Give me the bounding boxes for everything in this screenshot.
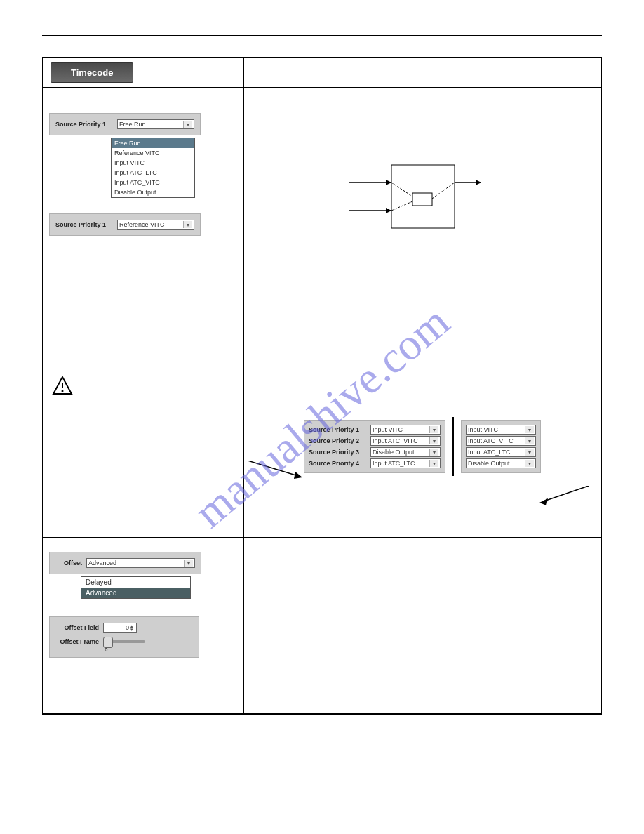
chevron-down-icon: ▾ (183, 221, 192, 228)
chevron-down-icon: ▾ (183, 121, 192, 128)
ex-right-val-4: Disable Output (468, 460, 510, 467)
ex-left-label-4: Source Priority 4 (309, 460, 366, 467)
option-delayed[interactable]: Delayed (81, 577, 190, 588)
cell-offset-desc (244, 538, 601, 713)
option-free-run[interactable]: Free Run (112, 138, 194, 148)
ex-left-val-3: Disable Output (373, 449, 415, 456)
ex-right-val-1: Input VITC (468, 426, 498, 433)
option-input-atc-vitc[interactable]: Input ATC_VITC (112, 178, 194, 187)
offset-frame-label: Offset Frame (55, 638, 99, 645)
chevron-down-icon: ▾ (429, 437, 438, 444)
ex-left-val-1: Input VITC (373, 426, 403, 433)
offset-field-label: Offset Field (55, 624, 99, 631)
chevron-down-icon: ▾ (525, 426, 534, 433)
offset-options[interactable]: Delayed Advanced (81, 576, 191, 599)
svg-line-14 (248, 461, 298, 476)
ex-right-select-1[interactable]: Input VITC▾ (466, 425, 536, 435)
source-priority-1-value: Free Run (119, 121, 146, 128)
svg-point-2 (62, 390, 64, 392)
chevron-down-icon: ▾ (525, 437, 534, 444)
top-rule (42, 35, 602, 36)
option-disable-output[interactable]: Disable Output (112, 187, 194, 197)
slider-thumb-icon[interactable] (103, 637, 113, 648)
offset-frame-slider[interactable] (103, 640, 145, 643)
offset-field-input[interactable]: 0 ▴▾ (103, 623, 137, 633)
main-table: Timecode Source Priority 1 Free Run ▾ (42, 57, 602, 715)
ex-left-select-1[interactable]: Input VITC▾ (370, 425, 441, 435)
offset-select[interactable]: Advanced ▾ (86, 558, 195, 568)
warning-icon (52, 376, 73, 397)
divider (452, 417, 454, 476)
svg-marker-17 (539, 498, 548, 505)
timecode-tab[interactable]: Timecode (51, 62, 133, 83)
svg-marker-6 (386, 180, 391, 185)
chevron-down-icon: ▾ (429, 460, 438, 467)
svg-marker-8 (386, 208, 391, 213)
ex-left-label-2: Source Priority 2 (309, 437, 366, 444)
spinner-buttons-icon[interactable]: ▴▾ (129, 624, 135, 631)
example-left: Source Priority 1 Input VITC▾ Source Pri… (304, 420, 445, 473)
source-priority-closed-label: Source Priority 1 (55, 221, 113, 228)
arrow-icon (539, 486, 590, 507)
cell-source-priority-desc: Source Priority 1 Input VITC▾ Source Pri… (244, 88, 601, 537)
ex-left-select-3[interactable]: Disable Output▾ (370, 447, 441, 457)
svg-line-9 (391, 183, 412, 197)
ex-right-val-2: Input ATC_VITC (468, 437, 514, 444)
ex-left-label-3: Source Priority 3 (309, 449, 366, 456)
ex-left-val-4: Input ATC_LTC (373, 460, 415, 467)
source-priority-1-select[interactable]: Free Run ▾ (117, 119, 194, 129)
chevron-down-icon: ▾ (429, 426, 438, 433)
svg-rect-4 (412, 193, 432, 206)
svg-rect-3 (391, 165, 455, 228)
source-priority-1-options[interactable]: Free Run Reference VITC Input VITC Input… (111, 138, 195, 198)
svg-line-11 (432, 183, 455, 199)
cell-tab-desc (244, 58, 601, 87)
offset-frame-tick: 0 (105, 647, 193, 653)
source-priority-closed-value: Reference VITC (119, 221, 165, 228)
chevron-down-icon: ▾ (525, 460, 534, 467)
ex-left-select-4[interactable]: Input ATC_LTC▾ (370, 458, 441, 468)
offset-label: Offset (55, 560, 82, 567)
cell-source-priority: Source Priority 1 Free Run ▾ Free Run Re… (43, 88, 244, 537)
ex-right-select-2[interactable]: Input ATC_VITC▾ (466, 436, 536, 446)
cell-offset: Offset Advanced ▾ Delayed Advanced Offse… (43, 538, 244, 713)
svg-line-10 (391, 201, 412, 211)
option-input-vitc[interactable]: Input VITC (112, 158, 194, 168)
chevron-down-icon: ▾ (429, 449, 438, 456)
option-input-atc-ltc[interactable]: Input ATC_LTC (112, 168, 194, 178)
source-priority-closed-select[interactable]: Reference VITC ▾ (117, 220, 194, 230)
cell-tab: Timecode (43, 58, 244, 87)
svg-marker-15 (294, 472, 302, 479)
ex-left-label-1: Source Priority 1 (309, 426, 366, 433)
ex-right-select-3[interactable]: Input ATC_LTC▾ (466, 447, 536, 457)
ex-right-val-3: Input ATC_LTC (468, 449, 511, 456)
bottom-rule (42, 729, 602, 729)
chevron-down-icon: ▾ (525, 449, 534, 456)
chevron-down-icon: ▾ (184, 560, 193, 567)
ex-right-select-4[interactable]: Disable Output▾ (466, 458, 536, 468)
ex-left-select-2[interactable]: Input ATC_VITC▾ (370, 436, 441, 446)
source-priority-1-label: Source Priority 1 (55, 121, 113, 128)
offset-field-value: 0 (105, 624, 129, 631)
mux-diagram-icon (342, 158, 483, 242)
arrow-icon (248, 461, 304, 482)
ex-left-val-2: Input ATC_VITC (373, 437, 418, 444)
svg-marker-13 (476, 180, 481, 185)
example-right: Input VITC▾ Input ATC_VITC▾ Input ATC_LT… (461, 420, 541, 473)
offset-value: Advanced (88, 560, 116, 567)
option-advanced[interactable]: Advanced (81, 588, 190, 598)
svg-line-16 (544, 486, 589, 501)
option-reference-vitc[interactable]: Reference VITC (112, 148, 194, 158)
